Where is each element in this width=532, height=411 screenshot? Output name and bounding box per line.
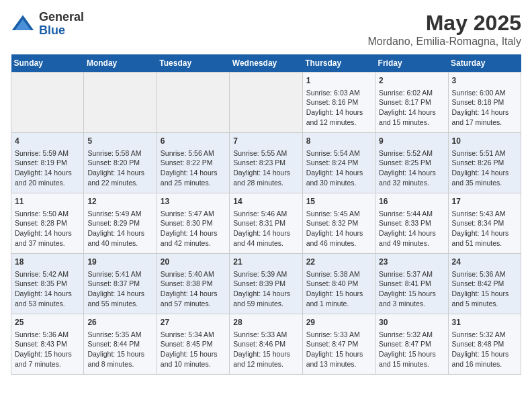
weekday-header-row: SundayMondayTuesdayWednesdayThursdayFrid… [11, 54, 521, 73]
day-number: 14 [233, 196, 298, 208]
day-number: 17 [452, 196, 517, 208]
day-info: Sunrise: 6:02 AM Sunset: 8:17 PM Dayligh… [379, 89, 436, 126]
day-info: Sunrise: 5:51 AM Sunset: 8:26 PM Dayligh… [452, 149, 509, 187]
day-number: 24 [452, 257, 517, 268]
day-number: 15 [306, 196, 371, 208]
logo-text: General Blue [39, 11, 84, 38]
calendar-cell: 15Sunrise: 5:45 AM Sunset: 8:32 PM Dayli… [302, 193, 375, 254]
day-number: 27 [161, 317, 226, 328]
page-header: General Blue May 2025 Mordano, Emilia-Ro… [11, 11, 521, 48]
day-info: Sunrise: 5:55 AM Sunset: 8:23 PM Dayligh… [233, 149, 290, 187]
weekday-header: Monday [84, 54, 157, 73]
day-info: Sunrise: 6:03 AM Sunset: 8:16 PM Dayligh… [306, 89, 363, 126]
day-number: 30 [379, 317, 444, 328]
calendar-week-row: 1Sunrise: 6:03 AM Sunset: 8:16 PM Daylig… [11, 73, 521, 133]
day-info: Sunrise: 5:59 AM Sunset: 8:19 PM Dayligh… [15, 149, 72, 187]
day-info: Sunrise: 5:58 AM Sunset: 8:20 PM Dayligh… [87, 149, 144, 187]
day-info: Sunrise: 5:33 AM Sunset: 8:47 PM Dayligh… [306, 330, 363, 368]
calendar-cell: 2Sunrise: 6:02 AM Sunset: 8:17 PM Daylig… [375, 73, 448, 133]
title-area: May 2025 Mordano, Emilia-Romagna, Italy [367, 11, 521, 48]
day-number: 22 [306, 257, 371, 268]
calendar-week-row: 25Sunrise: 5:36 AM Sunset: 8:43 PM Dayli… [11, 314, 521, 375]
day-number: 31 [452, 317, 517, 328]
calendar-cell: 20Sunrise: 5:40 AM Sunset: 8:38 PM Dayli… [157, 254, 229, 314]
calendar-cell: 1Sunrise: 6:03 AM Sunset: 8:16 PM Daylig… [302, 73, 375, 133]
calendar-cell: 29Sunrise: 5:33 AM Sunset: 8:47 PM Dayli… [302, 314, 375, 375]
calendar-cell: 31Sunrise: 5:32 AM Sunset: 8:48 PM Dayli… [448, 314, 521, 375]
calendar-cell [157, 73, 229, 133]
calendar-cell: 13Sunrise: 5:47 AM Sunset: 8:30 PM Dayli… [157, 193, 229, 254]
logo-general: General [39, 10, 84, 24]
calendar-cell: 24Sunrise: 5:36 AM Sunset: 8:42 PM Dayli… [448, 254, 521, 314]
day-number: 16 [379, 196, 444, 208]
calendar-cell: 5Sunrise: 5:58 AM Sunset: 8:20 PM Daylig… [84, 133, 157, 193]
calendar-cell: 22Sunrise: 5:38 AM Sunset: 8:40 PM Dayli… [302, 254, 375, 314]
day-number: 1 [306, 75, 371, 87]
calendar-cell: 27Sunrise: 5:34 AM Sunset: 8:45 PM Dayli… [157, 314, 229, 375]
day-number: 13 [161, 196, 226, 208]
day-info: Sunrise: 5:56 AM Sunset: 8:22 PM Dayligh… [161, 149, 218, 187]
calendar-week-row: 11Sunrise: 5:50 AM Sunset: 8:28 PM Dayli… [11, 193, 521, 254]
calendar-cell: 16Sunrise: 5:44 AM Sunset: 8:33 PM Dayli… [375, 193, 448, 254]
calendar-table: SundayMondayTuesdayWednesdayThursdayFrid… [11, 54, 521, 375]
calendar-cell: 19Sunrise: 5:41 AM Sunset: 8:37 PM Dayli… [84, 254, 157, 314]
day-info: Sunrise: 5:41 AM Sunset: 8:37 PM Dayligh… [87, 270, 144, 308]
weekday-header: Friday [375, 54, 448, 73]
day-number: 4 [15, 136, 80, 147]
day-info: Sunrise: 5:45 AM Sunset: 8:32 PM Dayligh… [306, 210, 363, 247]
day-info: Sunrise: 5:52 AM Sunset: 8:25 PM Dayligh… [379, 149, 436, 187]
day-info: Sunrise: 5:32 AM Sunset: 8:48 PM Dayligh… [452, 330, 509, 368]
calendar-cell: 25Sunrise: 5:36 AM Sunset: 8:43 PM Dayli… [11, 314, 84, 375]
calendar-cell: 8Sunrise: 5:54 AM Sunset: 8:24 PM Daylig… [302, 133, 375, 193]
day-info: Sunrise: 5:49 AM Sunset: 8:29 PM Dayligh… [87, 210, 144, 247]
day-info: Sunrise: 5:54 AM Sunset: 8:24 PM Dayligh… [306, 149, 363, 187]
calendar-cell: 17Sunrise: 5:43 AM Sunset: 8:34 PM Dayli… [448, 193, 521, 254]
day-info: Sunrise: 5:43 AM Sunset: 8:34 PM Dayligh… [452, 210, 509, 247]
day-info: Sunrise: 5:38 AM Sunset: 8:40 PM Dayligh… [306, 270, 363, 308]
calendar-cell: 18Sunrise: 5:42 AM Sunset: 8:35 PM Dayli… [11, 254, 84, 314]
calendar-cell: 11Sunrise: 5:50 AM Sunset: 8:28 PM Dayli… [11, 193, 84, 254]
day-number: 6 [161, 136, 226, 147]
day-number: 8 [306, 136, 371, 147]
day-info: Sunrise: 5:36 AM Sunset: 8:42 PM Dayligh… [452, 270, 509, 308]
day-number: 29 [306, 317, 371, 328]
day-number: 5 [87, 136, 152, 147]
day-number: 11 [15, 196, 80, 208]
weekday-header: Wednesday [230, 54, 302, 73]
calendar-cell [230, 73, 302, 133]
day-number: 12 [87, 196, 152, 208]
day-number: 19 [87, 257, 152, 268]
day-number: 26 [87, 317, 152, 328]
day-info: Sunrise: 5:40 AM Sunset: 8:38 PM Dayligh… [161, 270, 218, 308]
logo-icon [11, 12, 35, 36]
calendar-cell [11, 73, 84, 133]
day-info: Sunrise: 5:36 AM Sunset: 8:43 PM Dayligh… [15, 330, 72, 368]
weekday-header: Sunday [11, 54, 84, 73]
subtitle: Mordano, Emilia-Romagna, Italy [367, 36, 521, 48]
calendar-cell: 4Sunrise: 5:59 AM Sunset: 8:19 PM Daylig… [11, 133, 84, 193]
day-number: 21 [233, 257, 298, 268]
day-info: Sunrise: 5:47 AM Sunset: 8:30 PM Dayligh… [161, 210, 218, 247]
calendar-cell: 3Sunrise: 6:00 AM Sunset: 8:18 PM Daylig… [448, 73, 521, 133]
calendar-week-row: 18Sunrise: 5:42 AM Sunset: 8:35 PM Dayli… [11, 254, 521, 314]
day-info: Sunrise: 5:33 AM Sunset: 8:46 PM Dayligh… [233, 330, 290, 368]
calendar-cell: 23Sunrise: 5:37 AM Sunset: 8:41 PM Dayli… [375, 254, 448, 314]
day-info: Sunrise: 5:50 AM Sunset: 8:28 PM Dayligh… [15, 210, 72, 247]
day-info: Sunrise: 5:39 AM Sunset: 8:39 PM Dayligh… [233, 270, 290, 308]
weekday-header: Saturday [448, 54, 521, 73]
calendar-cell: 6Sunrise: 5:56 AM Sunset: 8:22 PM Daylig… [157, 133, 229, 193]
day-number: 25 [15, 317, 80, 328]
day-number: 9 [379, 136, 444, 147]
day-info: Sunrise: 5:32 AM Sunset: 8:47 PM Dayligh… [379, 330, 436, 368]
day-info: Sunrise: 5:35 AM Sunset: 8:44 PM Dayligh… [87, 330, 144, 368]
day-info: Sunrise: 5:42 AM Sunset: 8:35 PM Dayligh… [15, 270, 72, 308]
weekday-header: Tuesday [157, 54, 229, 73]
calendar-cell: 14Sunrise: 5:46 AM Sunset: 8:31 PM Dayli… [230, 193, 302, 254]
logo: General Blue [11, 11, 84, 38]
day-number: 2 [379, 75, 444, 87]
day-info: Sunrise: 5:44 AM Sunset: 8:33 PM Dayligh… [379, 210, 436, 247]
calendar-cell: 12Sunrise: 5:49 AM Sunset: 8:29 PM Dayli… [84, 193, 157, 254]
calendar-week-row: 4Sunrise: 5:59 AM Sunset: 8:19 PM Daylig… [11, 133, 521, 193]
calendar-cell: 10Sunrise: 5:51 AM Sunset: 8:26 PM Dayli… [448, 133, 521, 193]
calendar-cell: 26Sunrise: 5:35 AM Sunset: 8:44 PM Dayli… [84, 314, 157, 375]
